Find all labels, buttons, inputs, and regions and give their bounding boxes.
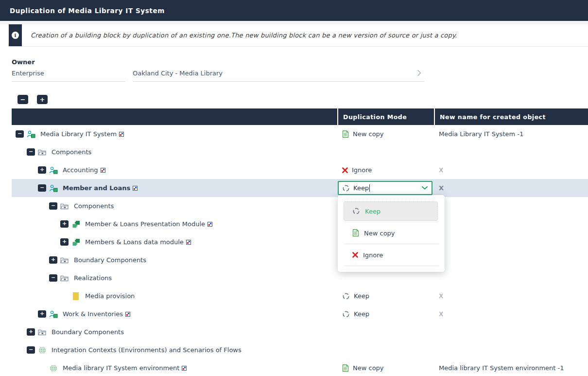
keep-icon [342, 184, 350, 192]
expand-all-button[interactable]: + [37, 95, 48, 104]
expand-toggle[interactable]: + [38, 166, 46, 174]
dropdown-option-ignore[interactable]: Ignore [344, 245, 438, 265]
tree-node-label: Media provision [85, 292, 135, 300]
tree-node-label: Accounting [63, 166, 98, 174]
expand-toggle[interactable]: + [27, 328, 35, 336]
table-row[interactable]: − Integration Contexts (Environments) an… [12, 341, 588, 359]
duplication-mode-cell[interactable]: New copy [337, 359, 434, 376]
tree-node-label: Media library IT System environment [63, 364, 179, 372]
new-name-cell: X [434, 161, 588, 179]
new-name-cell: X [434, 305, 588, 323]
table-row[interactable]: + Work & Inventories Keep X [12, 305, 588, 323]
duplication-mode-cell [337, 143, 434, 161]
deliverable-icon [71, 292, 80, 300]
new-name-cell [434, 269, 588, 287]
tree-node-label: Work & Inventories [63, 310, 123, 318]
tree-node-label: Boundary Components [52, 328, 124, 336]
diagram-badge-icon [125, 312, 130, 317]
table-row[interactable]: + Boundary Components [12, 251, 588, 269]
tree-toolbar: − + [17, 95, 588, 104]
new-copy-icon [352, 229, 359, 237]
module-icon [71, 220, 80, 228]
owner-label: Owner [12, 58, 588, 66]
table-row[interactable]: + Member & Loans Presentation Module X [12, 215, 588, 233]
collapse-toggle[interactable]: − [49, 202, 57, 210]
collapse-toggle[interactable]: − [38, 184, 46, 192]
keep-icon [352, 207, 360, 215]
collapse-toggle[interactable]: − [27, 346, 35, 354]
duplication-mode-cell[interactable]: New copy [337, 125, 434, 143]
new-name-cell: Media Library IT System -1 [434, 125, 588, 143]
new-copy-icon [342, 130, 349, 138]
page-title: Duplication of Media Library IT System [10, 7, 165, 15]
tree-node-label: Realizations [74, 274, 112, 282]
expand-toggle[interactable]: + [60, 220, 69, 228]
info-icon: i [12, 32, 19, 39]
diagram-badge-icon [101, 168, 105, 173]
chevron-right-icon[interactable] [417, 70, 421, 76]
tree-node-label: Integration Contexts (Environments) and … [52, 346, 242, 354]
table-row[interactable]: + Members & Loans data module X [12, 233, 588, 251]
collapse-toggle[interactable]: − [16, 130, 24, 138]
tree-node-label: Members & Loans data module [85, 238, 184, 246]
diagram-badge-icon [119, 132, 124, 137]
it-system-icon [49, 184, 58, 192]
dropdown-option-keep[interactable]: Keep [344, 201, 438, 221]
duplication-table: Duplication Mode New name for created ob… [12, 108, 588, 376]
duplication-mode-cell[interactable]: Keep [337, 305, 434, 323]
keep-icon [342, 292, 350, 300]
table-row[interactable]: − Media Library IT System New copy Media… [12, 125, 588, 143]
owner-section: Owner Enterprise Oakland City - Media Li… [12, 58, 588, 82]
module-icon [71, 238, 80, 246]
owner-type-field: Enterprise [12, 70, 125, 82]
duplication-mode-combobox[interactable]: Keep [338, 181, 432, 195]
table-row[interactable]: − Components [12, 197, 588, 215]
expander-spacer [60, 292, 69, 300]
new-name-cell [434, 323, 588, 341]
column-header-tree [12, 108, 337, 125]
divider [344, 244, 439, 244]
table-row[interactable]: Media provision Keep X [12, 287, 588, 305]
it-system-icon [27, 130, 35, 138]
text-caret [369, 184, 370, 192]
table-row[interactable]: Media library IT System environment New … [12, 359, 588, 376]
window-title-bar: Duplication of Media Library IT System [0, 0, 588, 21]
duplication-mode-dropdown: Keep New copy Ignore [338, 195, 445, 272]
chevron-down-icon[interactable] [422, 186, 428, 190]
owner-value-field[interactable]: Oakland City - Media Library [133, 70, 424, 82]
new-name-cell [434, 341, 588, 359]
ignore-icon [352, 252, 358, 258]
environment-icon [38, 346, 47, 354]
table-row[interactable]: + Boundary Components [12, 323, 588, 341]
duplication-mode-cell: Keep [337, 179, 434, 197]
no-name-placeholder: X [439, 310, 443, 318]
table-row[interactable]: − Realizations [12, 269, 588, 287]
duplication-mode-cell[interactable]: Keep [337, 287, 434, 305]
folder-icon [60, 203, 69, 210]
no-name-placeholder: X [439, 184, 444, 192]
expand-toggle[interactable]: + [38, 310, 46, 318]
diagram-badge-icon [133, 186, 138, 191]
collapse-all-button[interactable]: − [17, 95, 28, 104]
dropdown-option-new-copy[interactable]: New copy [344, 223, 438, 243]
no-name-placeholder: X [439, 292, 443, 300]
new-name-cell: Media library IT System environment -1 [434, 359, 588, 376]
owner-value: Oakland City - Media Library [133, 70, 223, 77]
table-row[interactable]: − Components [12, 143, 588, 161]
tree-node-label: Boundary Components [74, 256, 146, 264]
duplication-mode-cell[interactable]: Ignore [337, 161, 434, 179]
expand-toggle[interactable]: + [60, 238, 69, 246]
ignore-icon [342, 167, 348, 173]
info-banner-icon-box: i [9, 24, 22, 46]
collapse-toggle[interactable]: − [27, 148, 35, 156]
table-row[interactable]: + Accounting Ignore X [12, 161, 588, 179]
column-header-new-name: New name for created object [434, 108, 588, 125]
combobox-value: Keep [353, 184, 369, 192]
it-system-icon [49, 166, 58, 174]
duplication-mode-cell [337, 341, 434, 359]
collapse-toggle[interactable]: − [49, 274, 57, 282]
tree-node-label: Components [74, 202, 114, 210]
table-row-selected[interactable]: − Member and Loans Keep X [12, 179, 588, 197]
keep-icon [342, 310, 350, 318]
expand-toggle[interactable]: + [49, 256, 57, 264]
